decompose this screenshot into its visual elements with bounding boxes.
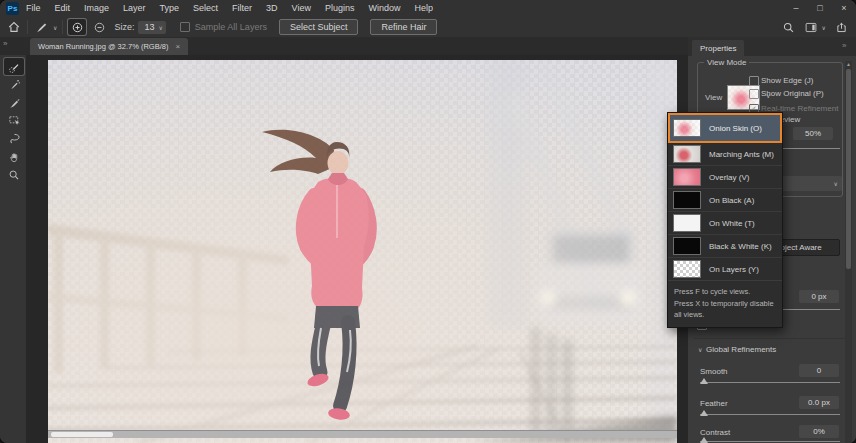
photoshop-window: Ps File Edit Image Layer Type Select Fil… [0, 0, 856, 443]
horizontal-scrollbar[interactable] [48, 430, 677, 438]
hint-line: Press X to temporarily disable all views… [674, 298, 776, 321]
size-label: Size: [114, 22, 134, 32]
scroll-up-icon[interactable]: ▲ [845, 61, 852, 67]
woman-running-photo [48, 60, 677, 443]
hint-line: Press F to cycle views. [674, 286, 776, 298]
radius-value-field[interactable]: 0 px [799, 290, 839, 303]
tab-close-icon[interactable]: × [175, 42, 180, 51]
tab-properties[interactable]: Properties [692, 40, 744, 56]
view-mode-hints: Press F to cycle views. Press X to tempo… [668, 280, 782, 327]
black-and-white-thumbnail-icon [673, 237, 701, 255]
panel-scrollbar[interactable] [845, 61, 852, 443]
refine-mode-chevron-icon: ∨ [834, 180, 838, 187]
on-black-thumbnail-icon [673, 191, 701, 209]
menu-item-plugins[interactable]: Plugins [318, 0, 362, 17]
photoshop-logo-icon: Ps [6, 2, 19, 15]
show-original-label: Show Original (P) [761, 89, 824, 98]
smooth-value-field[interactable]: 0 [799, 364, 839, 377]
view-mode-option-marching-ants[interactable]: Marching Ants (M) [668, 143, 782, 166]
lasso-tool-icon[interactable] [4, 130, 24, 147]
brush-options-chevron-icon[interactable]: ∨ [53, 24, 57, 31]
close-button[interactable]: × [832, 0, 856, 17]
show-original-checkbox[interactable] [749, 89, 759, 99]
workspace-chevron-icon: ∨ [822, 24, 826, 31]
sample-all-layers-checkbox: Sample All Layers [180, 22, 267, 32]
feather-slider-thumb[interactable] [700, 410, 708, 416]
menu-item-3d[interactable]: 3D [259, 0, 285, 17]
workspace-switcher-icon[interactable]: ∨ [804, 21, 826, 34]
feather-label: Feather [700, 399, 728, 408]
view-mode-option-label: Overlay (V) [709, 173, 749, 182]
menu-item-layer[interactable]: Layer [116, 0, 153, 17]
toolbar-collapse-icon[interactable]: » [3, 39, 7, 48]
menu-item-file[interactable]: File [19, 0, 48, 17]
view-mode-option-label: Black & White (K) [709, 242, 772, 251]
maximize-button[interactable]: □ [808, 0, 832, 17]
contrast-value-field[interactable]: 0% [799, 425, 839, 438]
canvas-pasteboard [26, 55, 688, 443]
zoom-tool-icon[interactable] [4, 166, 24, 183]
menu-item-view[interactable]: View [285, 0, 318, 17]
hand-tool-icon[interactable] [4, 148, 24, 165]
menu-item-filter[interactable]: Filter [225, 0, 259, 17]
select-subject-button[interactable]: Select Subject [279, 19, 359, 35]
menu-item-image[interactable]: Image [77, 0, 116, 17]
menu-item-window[interactable]: Window [362, 0, 408, 17]
view-label: View [705, 93, 722, 102]
quick-selection-tool-icon[interactable] [4, 58, 24, 75]
transparency-value-field[interactable]: 50% [793, 127, 833, 140]
search-icon[interactable] [782, 21, 795, 34]
panel-collapse-icon[interactable]: » [842, 41, 846, 50]
refine-edge-brush-tool-icon[interactable] [4, 76, 24, 93]
overlay-thumbnail-icon [673, 168, 701, 186]
panel-scrollbar-thumb[interactable] [846, 69, 851, 269]
brush-tool-icon-left[interactable] [4, 94, 24, 111]
object-selection-tool-icon[interactable] [4, 112, 24, 129]
smooth-slider[interactable] [700, 382, 840, 383]
window-controls: – □ × [784, 0, 856, 17]
smooth-label: Smooth [700, 367, 728, 376]
brush-size-value: 13 [144, 22, 154, 32]
home-icon[interactable] [6, 19, 22, 35]
view-mode-option-label: On Layers (Y) [709, 265, 759, 274]
brush-size-select[interactable]: 13 ∨ [138, 21, 165, 34]
subtract-from-selection-button[interactable] [90, 19, 108, 35]
view-mode-popup: Onion Skin (O) Marching Ants (M) Overlay… [667, 112, 783, 328]
section-divider [694, 338, 850, 339]
add-to-selection-button[interactable] [68, 19, 86, 35]
view-mode-option-label: On Black (A) [709, 196, 754, 205]
global-refinements-chevron-icon[interactable]: ∨ [698, 346, 702, 353]
view-mode-title: View Mode [704, 58, 749, 67]
minimize-button[interactable]: – [784, 0, 808, 17]
menu-item-type[interactable]: Type [153, 0, 187, 17]
refine-hair-button[interactable]: Refine Hair [370, 19, 437, 35]
feather-slider[interactable] [700, 414, 840, 415]
view-mode-option-black-and-white[interactable]: Black & White (K) [668, 235, 782, 258]
on-white-thumbnail-icon [673, 214, 701, 232]
show-edge-checkbox[interactable] [749, 76, 759, 86]
view-mode-option-onion-skin[interactable]: Onion Skin (O) [668, 113, 782, 143]
properties-tab-label: Properties [700, 44, 736, 53]
smooth-slider-thumb[interactable] [700, 378, 708, 384]
document-canvas[interactable] [48, 60, 677, 443]
menu-item-help[interactable]: Help [408, 0, 441, 17]
document-title: Woman Running.jpg @ 32.7% (RGB/8) [38, 42, 168, 51]
menu-bar: Ps File Edit Image Layer Type Select Fil… [0, 0, 856, 17]
document-tab[interactable]: Woman Running.jpg @ 32.7% (RGB/8) × [30, 38, 188, 55]
horizontal-scrollbar-thumb[interactable] [51, 432, 113, 437]
size-chevron-icon: ∨ [158, 24, 162, 31]
contrast-slider[interactable] [700, 441, 840, 442]
view-mode-option-on-white[interactable]: On White (T) [668, 212, 782, 235]
select-and-mask-toolbar [0, 55, 27, 443]
onion-skin-thumbnail-icon [673, 119, 701, 137]
view-mode-option-on-black[interactable]: On Black (A) [668, 189, 782, 212]
feather-value-field[interactable]: 0.0 px [799, 396, 839, 409]
view-mode-option-label: On White (T) [709, 219, 755, 228]
view-mode-option-overlay[interactable]: Overlay (V) [668, 166, 782, 189]
view-mode-option-on-layers[interactable]: On Layers (Y) [668, 258, 782, 280]
menu-item-edit[interactable]: Edit [48, 0, 78, 17]
brush-tool-icon[interactable] [33, 19, 49, 35]
contrast-slider-thumb[interactable] [700, 437, 708, 443]
share-icon[interactable] [835, 21, 848, 34]
menu-item-select[interactable]: Select [186, 0, 225, 17]
